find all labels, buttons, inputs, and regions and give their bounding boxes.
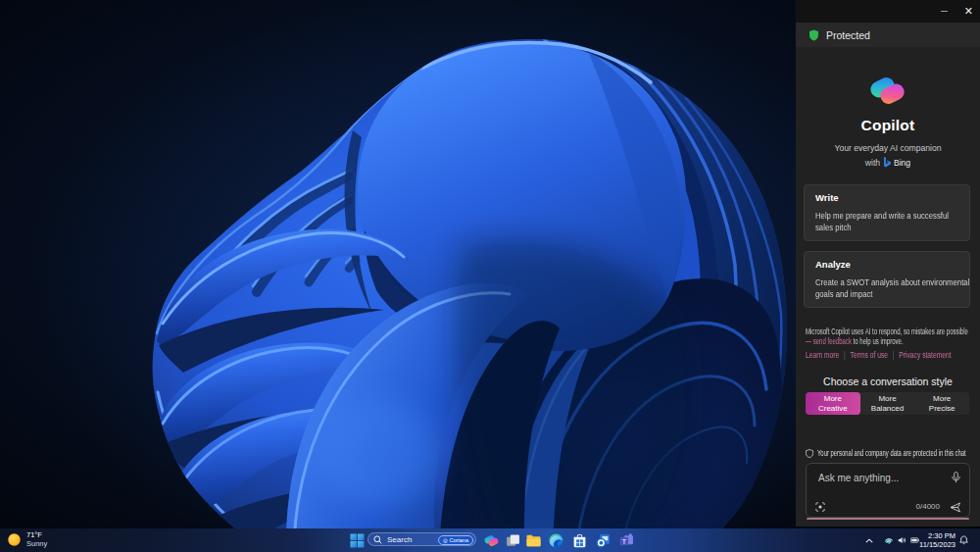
svg-text:T: T: [622, 538, 627, 545]
